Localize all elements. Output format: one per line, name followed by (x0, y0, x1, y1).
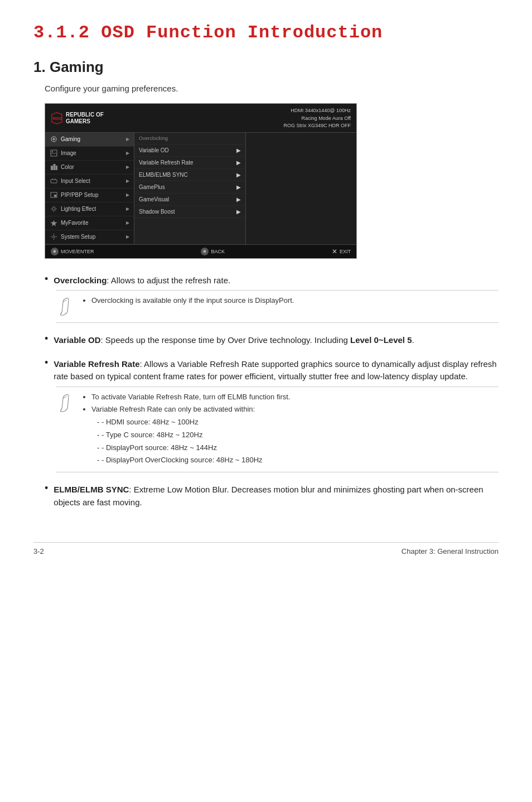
svg-rect-4 (51, 166, 53, 170)
sidebar-pip-arrow: ▶ (126, 192, 129, 197)
sidebar-gaming-label: Gaming (61, 136, 123, 142)
note-overclocking: Overclocking is available only if the in… (56, 290, 499, 323)
sidebar-input-label: Input Select (61, 178, 123, 184)
chapter-label: Chapter 3: General Instruction (402, 547, 499, 555)
input-icon (50, 177, 57, 185)
osd-exit-btn[interactable]: ✕ EXIT (332, 248, 351, 255)
middle-overclocking: Overclocking (134, 133, 245, 144)
note-variable-refresh: To activate Variable Refresh Rate, turn … (56, 386, 499, 473)
osd-sidebar: Gaming ▶ Image ▶ Color ▶ (45, 133, 134, 244)
page-title: 3.1.2 OSD Function Introduction (33, 22, 499, 43)
sidebar-item-color[interactable]: Color ▶ (45, 161, 134, 175)
gaming-icon (50, 136, 57, 143)
variable-od-text: Variable OD: Speeds up the response time… (54, 334, 414, 347)
rog-logo-icon: ROG (51, 112, 63, 124)
sidebar-color-label: Color (61, 164, 123, 170)
sidebar-system-label: System Setup (61, 234, 123, 240)
sidebar-lighting-arrow: ▶ (126, 206, 129, 211)
exit-label: EXIT (340, 249, 351, 254)
osd-move-enter-btn[interactable]: ⊕ MOVE/ENTER (51, 248, 94, 255)
back-label: BACK (211, 249, 225, 254)
favorite-icon (50, 219, 57, 227)
osd-status: HDMI 3440x1440@ 100Hz Racing Mode Aura O… (283, 107, 351, 130)
content-list: • Overclocking: Allows to adjust the ref… (33, 274, 499, 509)
middle-gameplus[interactable]: GamePlus ▶ (134, 181, 245, 194)
osd-footer: ⊕ MOVE/ENTER ⊕ BACK ✕ EXIT (45, 244, 356, 258)
osd-monitor-ui: ROG REPUBLIC OF GAMERS HDMI 3440x1440@ 1… (45, 103, 357, 259)
pip-icon (50, 191, 57, 199)
sidebar-item-myfavorite[interactable]: MyFavorite ▶ (45, 216, 134, 230)
svg-rect-7 (51, 180, 57, 183)
note-overclocking-content: Overclocking is available only if the in… (81, 295, 294, 308)
svg-marker-11 (50, 220, 57, 226)
svg-rect-5 (53, 164, 55, 170)
bullet-overclocking: • (45, 273, 48, 286)
sidebar-system-arrow: ▶ (126, 234, 129, 239)
sidebar-myfavorite-arrow: ▶ (126, 220, 129, 225)
move-enter-label: MOVE/ENTER (61, 249, 94, 254)
sidebar-color-arrow: ▶ (126, 165, 129, 170)
footer-divider (33, 542, 499, 543)
sidebar-image-arrow: ▶ (126, 151, 129, 156)
back-icon: ⊕ (201, 248, 209, 255)
sidebar-item-pip-pbp[interactable]: PIP/PBP Setup ▶ (45, 189, 134, 202)
svg-rect-2 (51, 150, 57, 156)
content-item-overclocking: • Overclocking: Allows to adjust the ref… (33, 274, 499, 323)
bullet-elmb: • (45, 482, 48, 495)
elmb-text: ELMB/ELMB SYNC: Extreme Low Motion Blur.… (54, 484, 499, 509)
sidebar-image-label: Image (61, 150, 123, 156)
section-title: 1. Gaming (33, 59, 499, 76)
page-footer: 3-2 Chapter 3: General Instruction (33, 547, 499, 555)
svg-point-3 (51, 151, 52, 152)
middle-variable-od[interactable]: Variable OD ▶ (134, 144, 245, 157)
bullet-variable-refresh: • (45, 357, 48, 369)
osd-back-btn[interactable]: ⊕ BACK (201, 248, 225, 255)
variable-refresh-text: Variable Refresh Rate: Allows a Variable… (54, 358, 499, 383)
note-pencil-icon-1 (56, 296, 74, 318)
middle-gamevisual[interactable]: GameVisual ▶ (134, 194, 245, 206)
sidebar-item-lighting[interactable]: Lighting Effect ▶ (45, 202, 134, 216)
sidebar-gaming-arrow: ▶ (126, 137, 129, 142)
overclocking-text: Overclocking: Allows to adjust the refre… (54, 274, 230, 287)
note-variable-refresh-content: To activate Variable Refresh Rate, turn … (81, 392, 290, 468)
sidebar-item-system[interactable]: System Setup ▶ (45, 230, 134, 244)
system-icon (50, 233, 57, 241)
osd-logo: ROG REPUBLIC OF GAMERS (51, 112, 104, 125)
sidebar-lighting-label: Lighting Effect (61, 206, 123, 212)
sidebar-item-image[interactable]: Image ▶ (45, 147, 134, 161)
osd-right-panel (246, 133, 356, 244)
sidebar-item-gaming[interactable]: Gaming ▶ (45, 133, 134, 147)
sidebar-pip-label: PIP/PBP Setup (61, 192, 123, 198)
svg-rect-6 (56, 166, 57, 170)
content-item-elmb: • ELMB/ELMB SYNC: Extreme Low Motion Blu… (33, 484, 499, 509)
svg-text:ROG: ROG (53, 117, 62, 120)
svg-point-10 (52, 207, 55, 210)
bullet-variable-od: • (45, 333, 48, 345)
osd-body: Gaming ▶ Image ▶ Color ▶ (45, 133, 356, 244)
osd-header: ROG REPUBLIC OF GAMERS HDMI 3440x1440@ 1… (45, 104, 356, 133)
sidebar-item-input-select[interactable]: Input Select ▶ (45, 175, 134, 189)
sidebar-input-arrow: ▶ (126, 178, 129, 183)
color-icon (50, 163, 57, 171)
middle-elmb[interactable]: ELMB/ELMB SYNC ▶ (134, 169, 245, 181)
lighting-icon (50, 205, 57, 213)
note-pencil-icon-2 (56, 393, 74, 414)
middle-shadowboost[interactable]: Shadow Boost ▶ (134, 206, 245, 218)
osd-logo-text: REPUBLIC OF GAMERS (66, 112, 104, 125)
content-item-variable-od: • Variable OD: Speeds up the response ti… (33, 334, 499, 347)
image-icon (50, 149, 57, 157)
page-number: 3-2 (33, 547, 44, 555)
sidebar-myfavorite-label: MyFavorite (61, 220, 123, 226)
osd-middle-panel: Overclocking Variable OD ▶ Variable Refr… (134, 133, 246, 244)
content-item-variable-refresh: • Variable Refresh Rate: Allows a Variab… (33, 358, 499, 473)
middle-variable-refresh[interactable]: Variable Refresh Rate ▶ (134, 157, 245, 169)
exit-x-icon: ✕ (332, 248, 337, 255)
section-description: Configure your gaming preferences. (45, 84, 499, 93)
svg-rect-9 (54, 195, 56, 197)
move-enter-icon: ⊕ (51, 248, 59, 255)
